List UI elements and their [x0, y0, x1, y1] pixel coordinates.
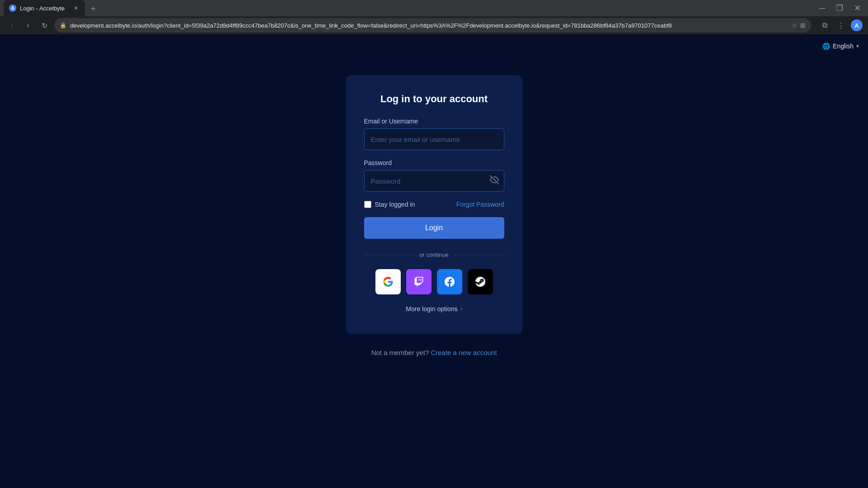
forgot-password-link[interactable]: Forgot Password	[456, 201, 504, 208]
tab-favicon: A	[9, 5, 16, 12]
email-input[interactable]	[364, 128, 504, 150]
create-account-link[interactable]: Create a new account	[431, 349, 497, 356]
page-content: 🌐 English ▾ Log in to your account Email…	[0, 34, 868, 488]
divider-right	[454, 255, 504, 255]
register-text: Not a member yet? Create a new account	[371, 349, 497, 356]
tab-close-button[interactable]: ✕	[72, 5, 80, 12]
password-label: Password	[364, 159, 504, 166]
address-icons: ☆ ⊞	[792, 22, 806, 29]
tab-title: Login - Accelbyte	[20, 5, 69, 12]
forward-button[interactable]: ›	[22, 19, 34, 32]
lock-icon: 🔒	[60, 22, 66, 28]
password-form-group: Password	[364, 159, 504, 192]
language-chevron-icon: ▾	[856, 43, 859, 49]
language-label: English	[833, 43, 854, 50]
back-button[interactable]: ‹	[5, 19, 18, 32]
or-continue-text: or continue	[419, 251, 448, 258]
not-member-text: Not a member yet?	[371, 349, 429, 356]
password-wrap	[364, 170, 504, 192]
window-controls: ─ ❐ ✕	[816, 3, 864, 13]
toggle-password-button[interactable]	[490, 175, 499, 187]
extensions-menu-icon[interactable]: ⧉	[818, 19, 831, 32]
email-form-group: Email or Username	[364, 118, 504, 150]
login-card: Log in to your account Email or Username…	[346, 75, 522, 334]
social-buttons	[364, 269, 504, 294]
twitch-login-button[interactable]	[406, 269, 432, 294]
stay-logged-label[interactable]: Stay logged in	[364, 201, 415, 208]
login-button[interactable]: Login	[364, 217, 504, 239]
minimize-button[interactable]: ─	[816, 4, 829, 13]
globe-icon: 🌐	[822, 43, 830, 50]
email-label: Email or Username	[364, 118, 504, 125]
extensions-icon[interactable]: ⊞	[800, 22, 806, 29]
active-tab[interactable]: A Login - Accelbyte ✕	[4, 0, 85, 16]
google-login-button[interactable]	[375, 269, 401, 294]
more-login-label: More login options	[406, 305, 457, 313]
address-bar: ‹ › ↻ 🔒 development.accelbyte.io/auth/lo…	[0, 16, 868, 34]
bookmark-icon[interactable]: ☆	[792, 22, 797, 29]
close-window-button[interactable]: ✕	[850, 3, 864, 13]
new-tab-button[interactable]: ＋	[87, 2, 100, 14]
stay-logged-text: Stay logged in	[375, 201, 415, 208]
more-login-chevron-icon: ›	[460, 306, 462, 312]
browser-chrome: A Login - Accelbyte ✕ ＋ ─ ❐ ✕ ‹ › ↻ 🔒 de…	[0, 0, 868, 34]
tab-bar: A Login - Accelbyte ✕ ＋ ─ ❐ ✕	[0, 0, 868, 16]
divider-left	[364, 255, 414, 255]
or-continue-divider: or continue	[364, 251, 504, 258]
steam-login-button[interactable]	[468, 269, 493, 294]
stay-logged-checkbox[interactable]	[364, 201, 371, 208]
language-selector[interactable]: 🌐 English ▾	[822, 43, 859, 50]
more-login-options-link[interactable]: More login options ›	[364, 305, 504, 313]
address-input-wrap[interactable]: 🔒 development.accelbyte.io/auth/login?cl…	[54, 18, 811, 33]
browser-menu-icon[interactable]: ⋮	[835, 19, 847, 32]
restore-button[interactable]: ❐	[832, 3, 847, 13]
password-input[interactable]	[364, 170, 504, 192]
reload-button[interactable]: ↻	[38, 19, 51, 32]
card-title: Log in to your account	[364, 93, 504, 105]
facebook-login-button[interactable]	[437, 269, 462, 294]
form-options: Stay logged in Forgot Password	[364, 201, 504, 208]
profile-avatar[interactable]: A	[851, 19, 863, 31]
browser-right-icons: ⧉ ⋮ A	[818, 19, 863, 32]
address-text: development.accelbyte.io/auth/login?clie…	[70, 22, 788, 29]
